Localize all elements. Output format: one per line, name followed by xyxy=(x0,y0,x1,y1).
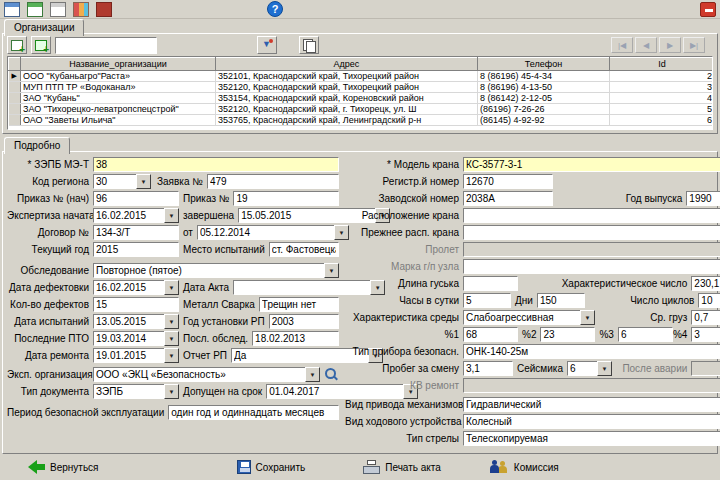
chevron-down-icon[interactable]: ▼ xyxy=(324,263,339,278)
cell-phone[interactable]: 8 (86196) 45-4-34 xyxy=(478,71,610,82)
current-year-field[interactable] xyxy=(93,242,179,257)
hoist-unit-field[interactable] xyxy=(463,259,720,274)
cell-name[interactable]: ООО "Кубаньагро"Раста» xyxy=(21,71,216,82)
cell-name[interactable]: ЗАО "Кубань" xyxy=(21,93,216,104)
prikaz-nach-field[interactable] xyxy=(93,191,179,206)
last-survey-field[interactable] xyxy=(252,331,339,346)
col-header-name[interactable]: Название_организации xyxy=(21,58,216,71)
save-button[interactable]: Сохранить xyxy=(237,460,306,474)
location-field[interactable] xyxy=(463,208,720,223)
prev-location-field[interactable] xyxy=(463,225,720,240)
table-row[interactable]: МУП ПТП ТР «Водоканал» 352120, Краснодар… xyxy=(9,82,714,93)
run-per-shift-field[interactable] xyxy=(463,361,513,376)
chevron-down-icon[interactable]: ▼ xyxy=(164,348,179,363)
seismic-field[interactable] xyxy=(567,361,597,376)
back-button[interactable]: Вернуться xyxy=(28,460,99,474)
prikaz-field[interactable] xyxy=(233,191,339,206)
cycles-field[interactable] xyxy=(698,293,720,308)
year-made-field[interactable] xyxy=(686,191,720,206)
prev-record-button[interactable]: ◀ xyxy=(635,37,657,53)
copy-button[interactable] xyxy=(299,36,319,54)
filter-button[interactable] xyxy=(257,36,277,54)
add-row-button[interactable]: + xyxy=(7,36,27,54)
chevron-down-icon[interactable]: ▼ xyxy=(580,310,595,325)
safe-period-field[interactable] xyxy=(168,405,339,420)
search-icon[interactable] xyxy=(323,367,339,382)
cell-address[interactable]: 353154, Краснодарский край, Кореновский … xyxy=(216,93,478,104)
add-table-icon[interactable] xyxy=(27,2,43,17)
search-input[interactable] xyxy=(55,37,157,54)
chevron-down-icon[interactable]: ▼ xyxy=(164,384,179,399)
tab-organizations[interactable]: Организации xyxy=(4,19,84,36)
help-icon[interactable]: ? xyxy=(267,1,283,17)
table-icon[interactable] xyxy=(4,2,20,17)
safety-device-field[interactable] xyxy=(463,344,720,359)
col-header-id[interactable]: Id xyxy=(610,58,714,71)
chevron-down-icon[interactable]: ▼ xyxy=(164,331,179,346)
reg-number-field[interactable] xyxy=(463,174,553,189)
test-place-field[interactable] xyxy=(269,242,339,257)
chevron-down-icon[interactable]: ▼ xyxy=(305,367,320,382)
table-row[interactable]: ЗАО "Тихорецко-леватропспецстрой" 352120… xyxy=(9,104,714,115)
defect-date-field[interactable] xyxy=(93,280,164,295)
cell-id[interactable]: 2 xyxy=(610,71,714,82)
expert-org-field[interactable] xyxy=(93,367,305,382)
chevron-down-icon[interactable]: ▼ xyxy=(164,208,179,223)
crane-model-field[interactable] xyxy=(463,157,720,172)
insert-row-button[interactable]: + xyxy=(31,36,51,54)
cell-address[interactable]: 352120, Краснодарский край, г. Тихорецк,… xyxy=(216,104,478,115)
p3-field[interactable] xyxy=(618,327,673,342)
zepb-field[interactable] xyxy=(93,157,339,172)
doc-type-field[interactable] xyxy=(93,384,164,399)
dogovor-date-field[interactable] xyxy=(197,225,334,240)
jib-length-field[interactable] xyxy=(463,276,518,291)
chassis-type-field[interactable] xyxy=(463,414,720,429)
cell-phone[interactable]: 8 (86142) 2-12-05 xyxy=(478,93,610,104)
zayavka-field[interactable] xyxy=(207,174,339,189)
exit-icon[interactable] xyxy=(700,2,716,17)
cell-phone[interactable]: 8 (86196) 4-13-50 xyxy=(478,82,610,93)
p2-field[interactable] xyxy=(540,327,595,342)
env-char-field[interactable] xyxy=(463,310,580,325)
col-header-phone[interactable]: Телефон xyxy=(478,58,610,71)
cell-id[interactable]: 3 xyxy=(610,82,714,93)
print-act-button[interactable]: Печать акта xyxy=(363,460,441,474)
hours-per-day-field[interactable] xyxy=(463,293,511,308)
cell-address[interactable]: 352120, Краснодарский край, Тихорецкий р… xyxy=(216,82,478,93)
commission-button[interactable]: Комиссия xyxy=(489,460,559,475)
cell-name[interactable]: ЗАО "Тихорецко-леватропспецстрой" xyxy=(21,104,216,115)
chevron-down-icon[interactable]: ▼ xyxy=(136,174,151,189)
cell-id[interactable]: 6 xyxy=(610,115,714,126)
tab-details[interactable]: Подробно xyxy=(4,137,70,154)
cell-name[interactable]: ОАО "Заветы Ильича" xyxy=(21,115,216,126)
defect-count-field[interactable] xyxy=(93,297,179,312)
test-date-field[interactable] xyxy=(93,314,164,329)
boom-type-field[interactable] xyxy=(463,431,720,446)
table-row[interactable]: ▶ ООО "Кубаньагро"Раста» 352101, Краснод… xyxy=(9,71,714,82)
drive-type-field[interactable] xyxy=(463,397,720,412)
col-header-address[interactable]: Адрес xyxy=(216,58,478,71)
exp-start-field[interactable] xyxy=(93,208,164,223)
rp-year-field[interactable] xyxy=(269,314,339,329)
table-row[interactable]: ОАО "Заветы Ильича" 353765, Краснодарски… xyxy=(9,115,714,126)
p4-field[interactable] xyxy=(691,327,720,342)
serial-number-field[interactable] xyxy=(463,191,553,206)
p1-field[interactable] xyxy=(463,327,518,342)
inspection-field[interactable] xyxy=(93,263,324,278)
cell-id[interactable]: 5 xyxy=(610,104,714,115)
days-field[interactable] xyxy=(537,293,585,308)
cell-name[interactable]: МУП ПТП ТР «Водоканал» xyxy=(21,82,216,93)
book-icon[interactable] xyxy=(96,2,112,17)
char-number-field[interactable] xyxy=(691,276,720,291)
metal-weld-field[interactable] xyxy=(259,297,339,312)
chevron-down-icon[interactable]: ▼ xyxy=(164,314,179,329)
first-record-button[interactable]: |◀ xyxy=(611,37,633,53)
last-pto-field[interactable] xyxy=(93,331,164,346)
repair-date-field[interactable] xyxy=(93,348,164,363)
chevron-down-icon[interactable]: ▼ xyxy=(164,280,179,295)
avg-load-field[interactable] xyxy=(691,310,720,325)
cell-address[interactable]: 352101, Краснодарский край, Тихорецкий р… xyxy=(216,71,478,82)
cell-phone[interactable]: (86145) 4-92-92 xyxy=(478,115,610,126)
abacus-icon[interactable] xyxy=(73,2,89,17)
next-record-button[interactable]: ▶ xyxy=(659,37,681,53)
